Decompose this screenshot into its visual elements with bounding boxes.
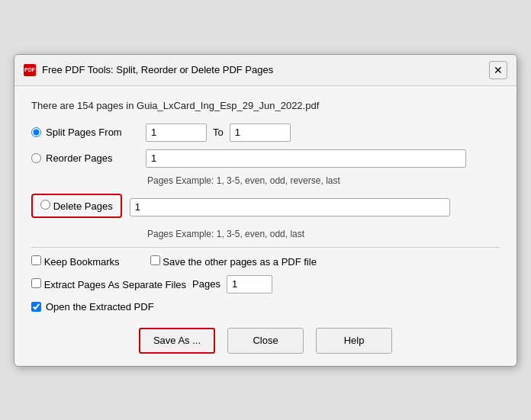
delete-label: Delete Pages [53,200,113,212]
delete-example: Pages Example: 1, 3-5, even, odd, last [147,229,500,239]
reorder-radio-label[interactable]: Reorder Pages [31,152,138,164]
reorder-example: Pages Example: 1, 3-5, even, odd, revers… [147,175,500,186]
bookmarks-save-row: Keep Bookmarks Save the other pages as a… [31,255,500,268]
split-option-row: Split Pages From To [31,123,500,142]
close-window-button[interactable]: ✕ [489,61,507,79]
dialog-title: Free PDF Tools: Split, Reorder or Delete… [42,64,273,75]
from-to-row: To [146,123,291,142]
keep-bookmarks-text: Keep Bookmarks [44,256,120,268]
reorder-input[interactable] [146,149,466,168]
split-to-input[interactable] [230,123,291,142]
reorder-radio[interactable] [31,153,41,163]
save-other-col: Save the other pages as a PDF file [150,255,317,268]
app-icon: PDF [24,64,36,76]
keep-bookmarks-col: Keep Bookmarks [31,255,120,268]
delete-input[interactable] [130,198,450,216]
reorder-label: Reorder Pages [46,152,112,164]
open-extracted-checkbox[interactable] [31,302,41,312]
extract-pages-row: Extract Pages As Separate Files Pages [31,275,500,293]
open-extracted-label[interactable]: Open the Extracted PDF [31,301,154,313]
save-other-text: Save the other pages as a PDF file [163,256,317,268]
help-button[interactable]: Help [316,328,392,354]
delete-radio[interactable] [40,200,50,210]
delete-radio-label[interactable]: Delete Pages [40,200,113,212]
pages-num-label: Pages [192,278,220,290]
divider [31,247,500,248]
open-extracted-row: Open the Extracted PDF [31,301,500,313]
extract-pages-text: Extract Pages As Separate Files [44,279,186,290]
save-as-button[interactable]: Save As ... [139,328,215,354]
reorder-option-row: Reorder Pages [31,149,500,168]
extract-pages-checkbox[interactable] [31,278,41,288]
delete-row: Delete Pages [31,194,500,221]
split-radio-label[interactable]: Split Pages From [31,127,138,138]
keep-bookmarks-label[interactable]: Keep Bookmarks [31,256,120,268]
main-dialog: PDF Free PDF Tools: Split, Reorder or De… [14,54,517,367]
to-label: To [213,127,224,138]
delete-section-box: Delete Pages [31,194,122,218]
split-radio[interactable] [31,127,41,137]
info-text: There are 154 pages in Guia_LxCard_Ing_E… [31,100,500,111]
button-row: Save As ... Close Help [31,325,500,354]
open-extracted-text: Open the Extracted PDF [46,301,154,313]
close-button[interactable]: Close [227,328,304,354]
pages-number-input[interactable] [227,275,272,293]
extract-pages-label[interactable]: Extract Pages As Separate Files [31,278,186,290]
split-from-input[interactable] [146,123,207,142]
save-other-label[interactable]: Save the other pages as a PDF file [150,256,317,268]
dialog-content: There are 154 pages in Guia_LxCard_Ing_E… [14,86,517,366]
title-bar-left: PDF Free PDF Tools: Split, Reorder or De… [24,64,273,76]
title-bar: PDF Free PDF Tools: Split, Reorder or De… [14,55,517,86]
keep-bookmarks-checkbox[interactable] [31,255,41,265]
split-label: Split Pages From [46,127,122,138]
save-other-checkbox[interactable] [150,255,160,265]
